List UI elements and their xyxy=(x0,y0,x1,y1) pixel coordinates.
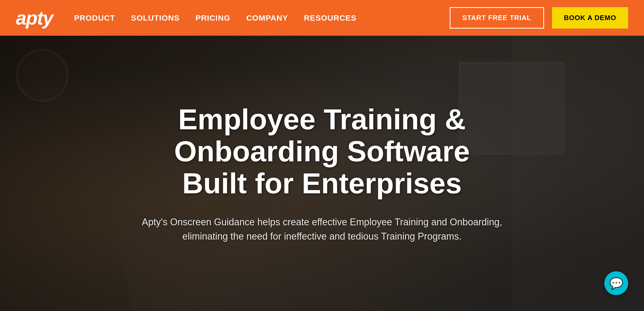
chat-button[interactable]: 💬 xyxy=(604,271,628,295)
nav-actions: START FREE TRIAL BOOK A DEMO xyxy=(450,7,628,29)
nav-pricing[interactable]: PRICING xyxy=(195,13,230,22)
hero-title-line1: Employee Training & xyxy=(178,103,466,135)
hero-subtitle: Apty's Onscreen Guidance helps create ef… xyxy=(137,215,507,244)
hero-title: Employee Training & Onboarding Software … xyxy=(174,103,470,199)
nav-product[interactable]: PRODUCT xyxy=(74,13,115,22)
hero-section: Employee Training & Onboarding Software … xyxy=(0,36,644,311)
nav-company[interactable]: COMPANY xyxy=(246,13,288,22)
logo[interactable]: apty xyxy=(16,7,53,29)
chat-icon: 💬 xyxy=(609,277,623,290)
book-demo-button[interactable]: BOOK A DEMO xyxy=(552,7,628,29)
hero-title-line2: Onboarding Software xyxy=(174,135,470,167)
nav-links: PRODUCT SOLUTIONS PRICING COMPANY RESOUR… xyxy=(74,13,450,22)
navbar: apty PRODUCT SOLUTIONS PRICING COMPANY R… xyxy=(0,0,644,36)
hero-title-line3: Built for Enterprises xyxy=(182,167,462,199)
nav-solutions[interactable]: SOLUTIONS xyxy=(131,13,180,22)
nav-resources[interactable]: RESOURCES xyxy=(304,13,357,22)
hero-content: Employee Training & Onboarding Software … xyxy=(0,36,644,311)
start-trial-button[interactable]: START FREE TRIAL xyxy=(450,7,544,29)
